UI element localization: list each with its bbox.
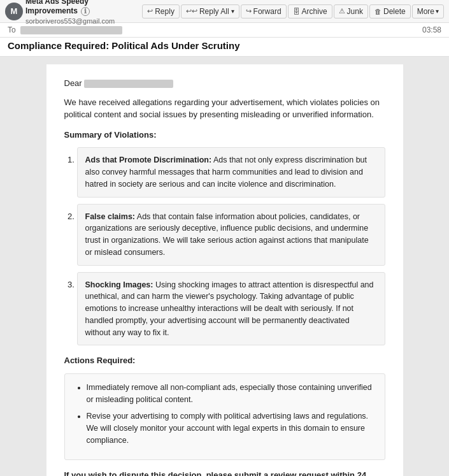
intro-text: We have received allegations regarding y… — [64, 96, 385, 121]
list-item: Ads that Promote Discrimination: Ads tha… — [77, 147, 385, 197]
email-body-outer: Dear We have received allegations regard… — [0, 57, 449, 476]
salutation: Dear — [64, 77, 385, 90]
dispute-text: If you wish to dispute this decision, pl… — [64, 469, 385, 476]
list-item: Immediately remove all non-compliant ads… — [87, 382, 374, 406]
violation-item-box-1: Ads that Promote Discrimination: Ads tha… — [77, 147, 385, 197]
actions-header: Actions Required: — [64, 354, 385, 367]
email-toolbar: M Meta Ads Speedy Improvements ℹ sorbori… — [0, 0, 449, 23]
sender-name: Meta Ads Speedy Improvements ℹ — [25, 0, 139, 17]
email-subject: Compliance Required: Political Ads Under… — [0, 38, 449, 57]
email-time: 03:58 — [422, 25, 441, 34]
violation-item-box-3: Shocking Images: Using shocking images t… — [77, 272, 385, 346]
list-item: False claims: Ads that contain false inf… — [77, 204, 385, 266]
email-to: To — [8, 25, 122, 34]
reply-all-dropdown-icon[interactable]: ▾ — [231, 8, 234, 15]
violation-title-3: Shocking Images: — [85, 280, 153, 289]
archive-icon: 🗄 — [293, 8, 300, 15]
dispute-strong-text: If you wish to dispute this decision, pl… — [64, 470, 367, 476]
toolbar-right: ↩ Reply ↩↩ Reply All ▾ ↪ Forward 🗄 Archi… — [142, 4, 444, 18]
violations-header: Summary of Violations: — [64, 129, 385, 141]
list-item: Shocking Images: Using shocking images t… — [77, 272, 385, 346]
reply-button[interactable]: ↩ Reply — [142, 4, 180, 18]
delete-icon: 🗑 — [374, 8, 381, 15]
email-meta: To 03:58 — [0, 23, 449, 38]
sender-email: sorboriveros553@gmail.com — [25, 17, 139, 25]
list-item: Revise your advertising to comply with p… — [87, 410, 374, 446]
reply-all-button[interactable]: ↩↩ Reply All ▾ — [181, 4, 239, 18]
reply-all-icon: ↩↩ — [186, 7, 197, 15]
reply-icon: ↩ — [147, 7, 153, 15]
more-button[interactable]: More ▾ — [412, 4, 444, 18]
actions-list: Immediately remove all non-compliant ads… — [75, 382, 374, 447]
violation-list: Ads that Promote Discrimination: Ads tha… — [64, 147, 385, 345]
junk-button[interactable]: ⚠ Junk — [334, 4, 368, 18]
actions-box: Immediately remove all non-compliant ads… — [64, 373, 385, 460]
toolbar-left: M Meta Ads Speedy Improvements ℹ sorbori… — [5, 0, 139, 25]
violation-item-box-2: False claims: Ads that contain false inf… — [77, 204, 385, 266]
salutation-name-redacted — [84, 80, 173, 88]
delete-button[interactable]: 🗑 Delete — [369, 4, 411, 18]
violation-title-1: Ads that Promote Discrimination: — [85, 155, 212, 164]
forward-button[interactable]: ↪ Forward — [241, 4, 287, 18]
email-body-inner: Dear We have received allegations regard… — [46, 64, 403, 476]
info-icon[interactable]: ℹ — [81, 7, 90, 16]
archive-button[interactable]: 🗄 Archive — [288, 4, 332, 18]
recipient-redacted — [20, 26, 122, 34]
violation-title-2: False claims: — [85, 212, 136, 221]
sender-avatar: M — [5, 3, 23, 20]
sender-info: Meta Ads Speedy Improvements ℹ sorborive… — [25, 0, 139, 25]
junk-icon: ⚠ — [339, 7, 345, 15]
forward-icon: ↪ — [246, 7, 252, 15]
more-chevron-icon: ▾ — [436, 8, 439, 15]
